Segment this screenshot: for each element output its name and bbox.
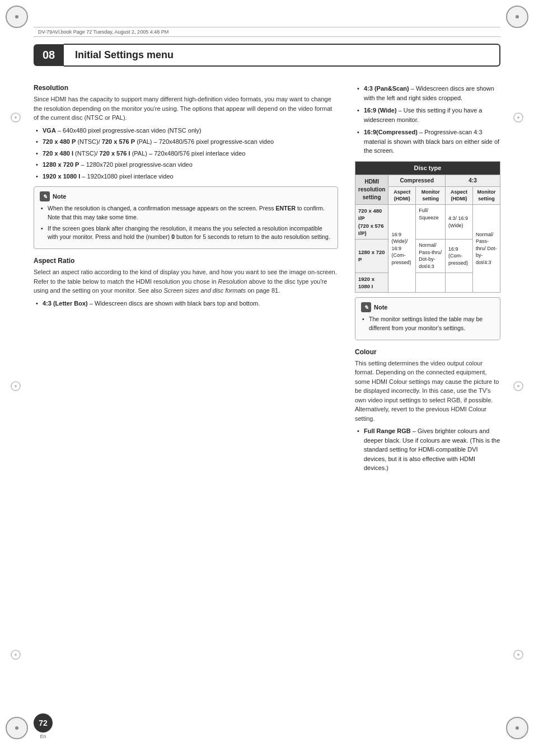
note-header-2: ✎ Note (361, 302, 494, 312)
chapter-title: Initial Settings menu (64, 44, 500, 67)
note-list-1: When the resolution is changed, a confir… (40, 204, 332, 242)
aspect-bullet-compressed: 16:9(Compressed) – Progressive-scan 4:3 … (355, 128, 500, 156)
resolution-bullet-2: 720 x 480 P (NTSC)/ 720 x 576 P (PAL) – … (34, 137, 338, 147)
resolution-intro: Since HDMI has the capacity to support m… (34, 95, 338, 123)
compressed-monitor-1920 (416, 273, 446, 293)
compressed-aspect-all: 16:9 (Wide)/16:9 (Com-pressed) (388, 205, 416, 293)
left-reg-mark-bot (10, 649, 21, 662)
resolution-bullet-1: VGA – 640x480 pixel progressive-scan vid… (34, 126, 338, 135)
resolution-bullets: VGA – 640x480 pixel progressive-scan vid… (34, 126, 338, 181)
svg-point-11 (517, 654, 519, 656)
page-footer: 72 En (34, 713, 53, 739)
compressed-monitor-720: Full/ Squeeze (416, 205, 446, 240)
right-reg-mark-bot (513, 649, 524, 662)
aspect-bullet-169wide: 16:9 (Wide) – Use this setting if you ha… (355, 106, 500, 124)
colour-bullets: Full Range RGB – Gives brighter colours … (355, 426, 500, 473)
monitor-setting-header-43: Monitor setting (472, 186, 500, 204)
table-row-720: 720 x 480 I/P(720 x 576 I/P) 16:9 (Wide)… (355, 205, 500, 240)
aspect-hdmi-header-43: Aspect (HDMI) (446, 186, 473, 204)
hdmi-col-header: HDMI resolution setting (355, 175, 388, 204)
right-column: 4:3 (Pan&Scan) – Widescreen discs are sh… (355, 84, 500, 711)
43-monitor-all: Normal/ Pass-thru/ Dot-by-dot/4:3 (472, 205, 500, 293)
monitor-setting-header-compressed: Monitor setting (416, 186, 446, 204)
aspect-ratio-body: Select an aspect ratio according to the … (34, 267, 338, 295)
page-number: 72 (34, 713, 53, 732)
left-reg-mark-top (10, 112, 21, 125)
note-label-2: Note (374, 304, 387, 311)
main-content: Resolution Since HDMI has the capacity t… (34, 84, 500, 711)
row-label-720: 720 x 480 I/P(720 x 576 I/P) (355, 205, 388, 240)
disc-type-header: Disc type (355, 161, 500, 175)
row-label-1280: 1280 x 720 P (355, 240, 388, 273)
file-info-text: DV-79AVi.book Page 72 Tuesday, August 2,… (38, 29, 168, 35)
43-aspect-720: 4:3/ 16:9 (Wide) (446, 205, 473, 240)
svg-point-1 (15, 116, 17, 119)
compressed-header: Compressed (388, 175, 446, 186)
svg-point-5 (15, 654, 17, 656)
note-box-1: ✎ Note When the resolution is changed, a… (34, 186, 338, 249)
43-aspect-1280: 16:9 (Com-pressed) (446, 240, 473, 273)
43-header: 4:3 (446, 175, 500, 186)
aspect-bullet-letterbox: 4:3 (Letter Box) – Widescreen discs are … (34, 299, 338, 308)
disc-type-table: Disc type HDMI resolution setting Compre… (355, 161, 500, 293)
aspect-bullet-panscan: 4:3 (Pan&Scan) – Widescreen discs are sh… (355, 84, 500, 102)
svg-point-9 (517, 385, 519, 387)
left-column: Resolution Since HDMI has the capacity t… (34, 84, 338, 711)
colour-title: Colour (355, 348, 500, 356)
corner-decoration-br (495, 717, 528, 750)
aspect-ratio-bullets-left: 4:3 (Letter Box) – Widescreen discs are … (34, 299, 338, 308)
43-aspect-1920 (446, 273, 473, 293)
note-label-1: Note (53, 193, 66, 200)
aspect-hdmi-header-compressed: Aspect (HDMI) (388, 186, 416, 204)
chapter-number: 08 (34, 44, 64, 66)
resolution-title: Resolution (34, 84, 338, 92)
aspect-ratio-title: Aspect Ratio (34, 257, 338, 265)
left-reg-mark-mid (10, 381, 21, 393)
row-label-1920: 1920 x 1080 I (355, 273, 388, 293)
file-info-bar: DV-79AVi.book Page 72 Tuesday, August 2,… (34, 27, 500, 37)
resolution-bullet-3: 720 x 480 I (NTSC)/ 720 x 576 I (PAL) – … (34, 149, 338, 158)
note-header-1: ✎ Note (40, 191, 332, 201)
aspect-bullets-right: 4:3 (Pan&Scan) – Widescreen discs are sh… (355, 84, 500, 156)
note-item-2-1: The monitor settings listed the table ma… (361, 315, 494, 333)
chapter-header: 08 Initial Settings menu (34, 44, 500, 67)
colour-body: This setting determines the video output… (355, 359, 500, 424)
resolution-bullet-4: 1280 x 720 P – 1280x720 pixel progressiv… (34, 160, 338, 170)
note-item-1-1: When the resolution is changed, a confir… (40, 204, 332, 222)
note-list-2: The monitor settings listed the table ma… (361, 315, 494, 333)
note-icon-1: ✎ (40, 191, 50, 201)
note-icon-2: ✎ (361, 302, 371, 312)
right-reg-mark-mid (513, 381, 524, 393)
right-reg-mark-top (513, 112, 524, 125)
note-box-2: ✎ Note The monitor settings listed the t… (355, 297, 500, 340)
svg-point-3 (15, 385, 17, 387)
svg-point-7 (517, 116, 519, 119)
page-lang: En (40, 734, 46, 739)
resolution-bullet-5: 1920 x 1080 I – 1920x1080 pixel interlac… (34, 172, 338, 181)
colour-bullet-fullrange: Full Range RGB – Gives brighter colours … (355, 426, 500, 473)
note-item-1-2: If the screen goes blank after changing … (40, 224, 332, 242)
compressed-monitor-1280: Normal/ Pass-thru/ Dot-by-dot/4:3 (416, 240, 446, 273)
